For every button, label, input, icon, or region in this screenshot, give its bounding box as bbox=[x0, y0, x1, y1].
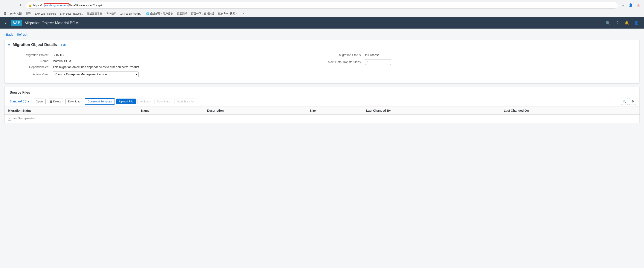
sap-app-header: ‹ SAP Migration Object: Material BOM 🔍 ?… bbox=[0, 17, 644, 28]
active-view-value: Cloud - Enterprise Management scope bbox=[53, 71, 138, 77]
max-jobs-label: Max. Data Transfer Jobs: bbox=[322, 60, 365, 64]
extension-button[interactable]: ⚠ bbox=[636, 2, 642, 8]
table-container: Migration Status Name Description Size L… bbox=[4, 107, 640, 123]
bookmark-maps[interactable]: 🗺 🗺 地图 bbox=[8, 11, 24, 16]
migration-object-details-section: ∨ Migration Object Details Edit Migratio… bbox=[4, 40, 640, 83]
section-header: ∨ Migration Object Details Edit bbox=[4, 40, 640, 50]
max-jobs-input[interactable] bbox=[365, 59, 391, 65]
standard-dropdown-icon: ◯ bbox=[23, 100, 26, 103]
forward-button[interactable]: → bbox=[10, 2, 16, 8]
dependencies-label: Dependencies: bbox=[10, 65, 53, 69]
refresh-link[interactable]: Refresh bbox=[17, 33, 28, 36]
table-settings-button[interactable]: ⚙ bbox=[629, 98, 636, 105]
help-button[interactable]: ? bbox=[613, 19, 622, 27]
browser-chrome: ← → ↻ 🔒 https://...sap-language=en#DataM… bbox=[0, 0, 644, 17]
search-button[interactable]: 🔍 bbox=[604, 19, 612, 27]
url-prefix: https://... bbox=[33, 4, 44, 7]
account-button[interactable]: 👤 bbox=[628, 2, 634, 8]
sap-header-actions: 🔍 ? 🔔 👤 bbox=[604, 19, 640, 27]
chevron-down-icon: ▼ bbox=[27, 100, 30, 103]
max-jobs-row: Max. Data Transfer Jobs: bbox=[322, 59, 634, 65]
dependencies-row: Dependencies: This migration object has … bbox=[10, 65, 322, 69]
bookmark-enterprise-mail[interactable]: 🌐 企业邮箱 - 用户登录 bbox=[144, 11, 175, 16]
download-button[interactable]: Download bbox=[65, 99, 83, 104]
apps-icon[interactable]: ⠿ bbox=[2, 11, 8, 16]
form-content: Migration Project: BOMTEST Name: Materia… bbox=[4, 50, 640, 83]
max-jobs-value bbox=[365, 59, 391, 65]
form-left-col: Migration Project: BOMTEST Name: Materia… bbox=[10, 53, 322, 80]
sap-app-title: Migration Object: Material BOM bbox=[25, 21, 604, 25]
activate-button[interactable]: Activate bbox=[137, 99, 153, 104]
url-highlight: sap-language=en# bbox=[44, 3, 69, 7]
standard-dropdown[interactable]: Standard ◯ ▼ bbox=[8, 99, 32, 104]
info-icon: i bbox=[8, 117, 12, 120]
bookmark-baidu-search[interactable]: 百度一下，你就知道 bbox=[189, 11, 216, 16]
bookmark-star-button[interactable]: ☆ bbox=[620, 2, 626, 8]
deactivate-button[interactable]: Deactivate bbox=[154, 99, 173, 104]
start-transfer-button[interactable]: Start Transfer bbox=[174, 99, 197, 104]
upload-file-button[interactable]: Upload File bbox=[116, 99, 136, 104]
bookmark-roadmap[interactable]: 路线图查看器 bbox=[85, 11, 104, 16]
active-view-label: Active View: bbox=[10, 73, 53, 76]
section-title: Migration Object Details bbox=[13, 42, 57, 47]
collapse-icon: ∨ bbox=[8, 43, 10, 47]
bookmark-free-s4h[interactable]: 14-freeSAP S/4H... bbox=[118, 11, 144, 16]
form-two-col: Migration Project: BOMTEST Name: Materia… bbox=[10, 53, 634, 80]
user-profile-button[interactable]: 👤 bbox=[632, 19, 640, 27]
content-area: ‹ Back | Refresh ∨ Migration Object Deta… bbox=[0, 28, 644, 126]
breadcrumb-nav: ‹ Back | Refresh bbox=[4, 31, 640, 40]
migration-status-row: Migration Status: In Process bbox=[322, 53, 634, 57]
files-table: Migration Status Name Description Size L… bbox=[4, 107, 640, 123]
address-text: https://...sap-language=en#DataMigration… bbox=[33, 4, 616, 7]
no-files-row: i No files uploaded bbox=[4, 115, 640, 123]
bookmark-baidu-translate[interactable]: 百度翻译 bbox=[175, 11, 189, 16]
back-chevron-icon: ‹ bbox=[4, 33, 5, 36]
table-search-button[interactable]: 🔍 bbox=[621, 98, 628, 105]
migration-status-value: In Process bbox=[365, 53, 379, 57]
download-template-button[interactable]: Download Template bbox=[85, 98, 115, 105]
standard-label: Standard bbox=[10, 100, 22, 103]
sap-logo: SAP bbox=[11, 20, 22, 26]
source-files-title: Source Files bbox=[4, 87, 640, 96]
bookmark-translate[interactable]: 翻译 bbox=[24, 11, 32, 16]
back-link[interactable]: ‹ Back bbox=[4, 33, 13, 36]
col-size: Size bbox=[306, 107, 363, 115]
migration-project-label: Migration Project: bbox=[10, 53, 53, 57]
reload-button[interactable]: ↻ bbox=[18, 2, 24, 8]
back-button[interactable]: ← bbox=[2, 2, 8, 8]
col-last-changed-by: Last Changed By bbox=[363, 107, 500, 115]
active-view-row: Active View: Cloud - Enterprise Manageme… bbox=[10, 71, 322, 77]
name-value: Material BOM bbox=[53, 59, 71, 63]
notifications-button[interactable]: 🔔 bbox=[622, 19, 631, 27]
search-icon: 🔍 bbox=[623, 100, 626, 103]
delete-icon: 🗑 bbox=[50, 100, 52, 103]
bookmark-sap-best[interactable]: SAP Best Practice... bbox=[58, 11, 85, 16]
col-migration-status: Migration Status bbox=[4, 107, 138, 115]
edit-link[interactable]: Edit bbox=[61, 43, 66, 47]
migration-status-label: Migration Status: bbox=[322, 53, 365, 57]
col-name: Name bbox=[138, 107, 204, 115]
name-label: Name: bbox=[10, 59, 53, 63]
collapse-button[interactable]: ∨ bbox=[8, 43, 10, 47]
sap-back-button[interactable]: ‹ bbox=[4, 19, 8, 27]
source-files-section: Source Files Standard ◯ ▼ Open 🗑 Delete … bbox=[4, 87, 640, 123]
bookmark-s4h[interactable]: S4H登录 bbox=[104, 11, 118, 16]
bookmark-more[interactable]: » bbox=[241, 11, 246, 16]
breadcrumb-separator: | bbox=[14, 33, 15, 36]
col-description: Description bbox=[204, 107, 306, 115]
dependencies-value: This migration object has dependencies t… bbox=[53, 65, 139, 69]
table-body: i No files uploaded bbox=[4, 115, 640, 123]
bookmark-sap-learning[interactable]: SAP Learning Hub bbox=[33, 11, 58, 16]
col-last-changed-on: Last Changed On bbox=[500, 107, 640, 115]
address-bar[interactable]: 🔒 https://...sap-language=en#DataMigrati… bbox=[26, 2, 618, 8]
no-files-message: No files uploaded bbox=[14, 117, 35, 120]
bookmark-bing[interactable]: 微软 Bing 搜索 -... bbox=[216, 11, 240, 16]
table-header: Migration Status Name Description Size L… bbox=[4, 107, 640, 115]
settings-icon: ⚙ bbox=[631, 100, 634, 103]
active-view-select[interactable]: Cloud - Enterprise Management scope bbox=[53, 71, 138, 77]
delete-button[interactable]: 🗑 Delete bbox=[47, 99, 64, 104]
bookmarks-bar: ⠿ 🗺 🗺 地图 翻译 SAP Learning Hub SAP Best Pr… bbox=[0, 10, 644, 17]
name-row: Name: Material BOM bbox=[10, 59, 322, 63]
no-files-cell: i No files uploaded bbox=[4, 115, 640, 123]
open-button[interactable]: Open bbox=[33, 99, 46, 104]
